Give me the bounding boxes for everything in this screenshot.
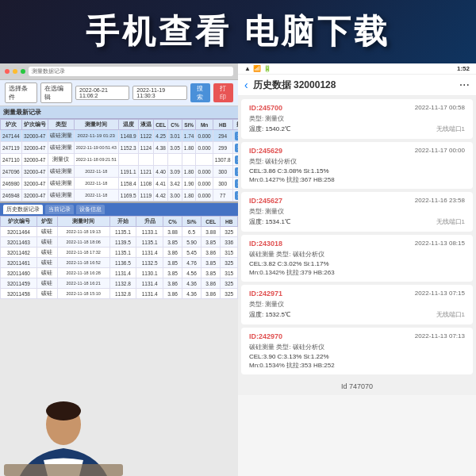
person-illustration <box>0 381 127 476</box>
table-row: 32011459 碳硅 2022-11-18 16:21 1132.8 1131… <box>1 278 238 289</box>
top-data-table: 炉次 炉次编号 类型 测量时间 温度 液温 CEL C% Si% Mn HB 操… <box>0 119 238 202</box>
table-row: 32011462 碳硅 2022-11-18 17:32 1135.1 1131… <box>1 248 238 258</box>
list-item: ID:245700 2022-11-17 00:58 类型: 测量仪 温度: 1… <box>241 99 473 139</box>
tab-current[interactable]: 当前记录 <box>45 205 74 214</box>
list-item: ID:242971 2022-11-13 07:15 类型: 测量仪 温度: 1… <box>241 285 473 324</box>
back-button[interactable]: ‹ <box>244 79 248 91</box>
top-table-container: 炉次 炉次编号 类型 测量时间 温度 液温 CEL C% Si% Mn HB 操… <box>0 119 238 202</box>
browser-dot-red <box>5 69 10 74</box>
print-button[interactable]: 打印 <box>213 83 233 102</box>
more-options-button[interactable]: ··· <box>459 78 470 92</box>
col-temp: 温度 <box>118 120 138 130</box>
table-row: 246948 32000-47 碳硅测量 2022-11-18 1169.5 1… <box>1 190 239 202</box>
condition-label: 选择条件 <box>5 83 37 103</box>
tab-device[interactable]: 设备信息 <box>76 205 105 214</box>
col-action: 操作 <box>232 120 238 130</box>
pc-panel: 测量数据记录 选择条件 在选编辑 2022-06-21 11:06:2 2022… <box>0 63 238 476</box>
table-row: 32011460 碳硅 2022-11-18 16:28 1131.4 1130… <box>1 268 238 278</box>
table-row: 32011464 碳硅 2022-11-18 19:13 1135.1 1133… <box>1 227 238 237</box>
id-footer: Id 747070 <box>241 378 473 392</box>
list-item: ID:243018 2022-11-13 08:15 碳硅测量 类型: 碳硅分析… <box>241 235 473 282</box>
col-type: 类型 <box>48 120 74 130</box>
browser-chrome: 测量数据记录 <box>0 63 238 80</box>
browser-url-bar[interactable]: 测量数据记录 <box>29 67 233 76</box>
bottom-table-section: 历史数据记录 当前记录 设备信息 炉次编号 炉型 测量时间 开始 升品 C% S… <box>0 202 238 299</box>
browser-dot-green <box>21 69 25 74</box>
table-row: 32011463 碳硅 2022-11-18 18:06 1139.5 1135… <box>1 237 238 248</box>
table-row: 247144 32000-47 碳硅测量 2022-11-19 01:23 11… <box>1 130 239 142</box>
main-content: 测量数据记录 选择条件 在选编辑 2022-06-21 11:06:2 2022… <box>0 63 476 476</box>
bottom-tabs: 历史数据记录 当前记录 设备信息 <box>0 203 238 216</box>
person-area <box>0 381 127 476</box>
col-liq: 液温 <box>138 120 153 130</box>
col-cel: CEL <box>154 120 168 130</box>
search-button[interactable]: 搜索 <box>190 83 210 102</box>
mobile-nav-bar: ‹ 历史数据 32000128 ··· <box>238 75 476 96</box>
mobile-panel: ▲ 📶 🔋 1:52 ‹ 历史数据 32000128 ··· ID:245700… <box>238 63 476 476</box>
table-row: 247110 32000-47 测量仪 2022-11-18 09:21:51 … <box>1 154 239 166</box>
tab-history[interactable]: 历史数据记录 <box>3 205 43 214</box>
col-mn: Mn <box>196 120 213 130</box>
edit-label: 在选编辑 <box>40 83 73 103</box>
svg-point-2 <box>46 401 81 420</box>
table-row: 32011458 碳硅 2022-11-18 15:10 1132.8 1131… <box>1 289 238 299</box>
table-row: 247096 32000-47 碳硅测量 2022-11-18 1191.1 1… <box>1 166 239 178</box>
col-c: C% <box>168 120 182 130</box>
list-item: ID:242970 2022-11-13 07:13 碳硅测量 类型: 碳硅分析… <box>241 328 473 374</box>
date-end: 2022-11-19 11:30:3 <box>132 86 186 100</box>
list-item: ID:245629 2022-11-17 00:00 类型: 碳硅分析仪 CEL… <box>241 142 473 189</box>
col-hb: HB <box>213 120 232 130</box>
mobile-status-bar: ▲ 📶 🔋 1:52 <box>238 63 476 75</box>
list-item: ID:245627 2022-11-16 23:58 类型: 测量仪 温度: 1… <box>241 192 473 232</box>
col-id: 炉次 <box>1 120 22 130</box>
table-row: 246980 32000-47 碳硅测量 2022-11-18 1158.4 1… <box>1 178 239 190</box>
table-title: 测量最新记录 <box>0 106 238 119</box>
status-time: 1:52 <box>457 65 470 72</box>
browser-dot-yellow <box>13 69 17 74</box>
col-furnace: 炉次编号 <box>21 120 48 130</box>
date-start: 2022-06-21 11:06:2 <box>75 86 129 100</box>
table-toolbar: 选择条件 在选编辑 2022-06-21 11:06:2 2022-11-19 … <box>0 80 238 106</box>
top-banner: 手机查看 电脑下载 <box>0 0 476 63</box>
table-row: 32011461 碳硅 2022-11-18 16:52 1136.5 1132… <box>1 258 238 268</box>
status-icons: ▲ 📶 🔋 <box>244 65 271 72</box>
col-si: Si% <box>182 120 196 130</box>
col-time: 测量时间 <box>74 120 118 130</box>
table-row: 247119 32000-47 碳硅测量 2022-11-19 00:51:43… <box>1 142 239 154</box>
bottom-data-table: 炉次编号 炉型 测量时间 开始 升品 C% Si% CEL HB 3201146… <box>0 216 238 299</box>
mobile-list: ID:245700 2022-11-17 00:58 类型: 测量仪 温度: 1… <box>238 96 476 395</box>
banner-title: 手机查看 电脑下载 <box>86 10 390 54</box>
mobile-page-title: 历史数据 32000128 <box>253 79 459 92</box>
svg-rect-3 <box>4 464 123 476</box>
